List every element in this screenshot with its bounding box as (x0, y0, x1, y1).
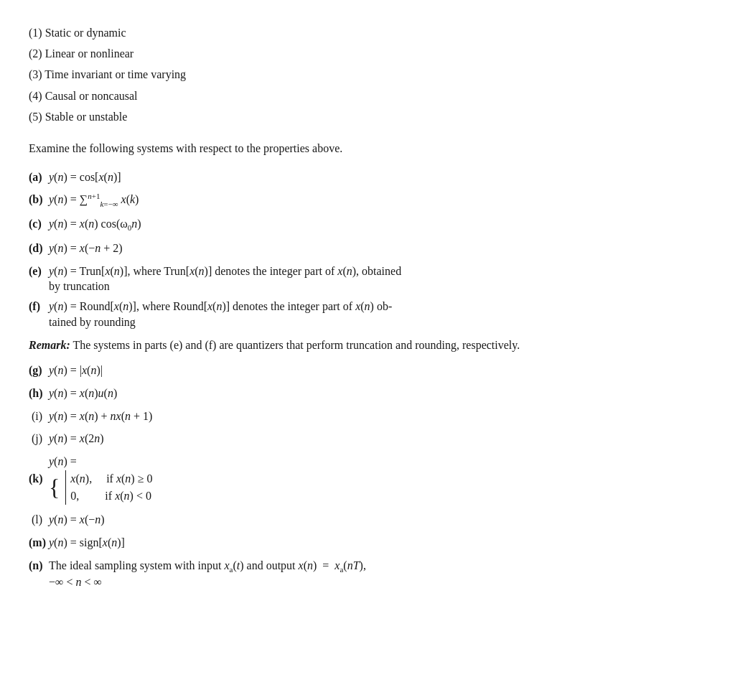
item-a-label: (a) (29, 168, 49, 187)
item-b-content: y(n) = ∑n+1k=−∞ x(k) (49, 190, 675, 210)
numbered-list: (1) Static or dynamic (2) Linear or nonl… (29, 23, 675, 126)
item-n-second-line: −∞ < n < ∞ (29, 576, 675, 589)
item-f: (f) y(n) = Round[x(n)], where Round[x(n)… (29, 297, 675, 329)
item-c-label: (c) (29, 215, 49, 233)
item-h: (h) y(n) = x(n)u(n) (29, 384, 675, 403)
item-g-content: y(n) = |x(n)| (49, 361, 675, 380)
item-c: (c) y(n) = x(n) cos(ω0n) (29, 215, 675, 235)
item-i-content: y(n) = x(n) + nx(n + 1) (49, 407, 675, 426)
item-e: (e) y(n) = Trun[x(n)], where Trun[x(n)] … (29, 262, 675, 294)
item-l-content: y(n) = x(−n) (49, 510, 675, 529)
list-item-3: (3) Time invariant or time varying (29, 65, 675, 84)
item-m-label: (m) (29, 533, 49, 552)
item-f-label: (f) (29, 297, 49, 316)
item-g: (g) y(n) = |x(n)| (29, 361, 675, 380)
examine-text: Examine the following systems with respe… (29, 139, 675, 158)
item-e-label: (e) (29, 262, 49, 281)
item-j: (j) y(n) = x(2n) (29, 429, 675, 448)
item-g-label: (g) (29, 361, 49, 380)
item-i-label: (i) (29, 407, 49, 426)
item-a-content: y(n) = cos[x(n)] (49, 168, 675, 187)
item-k-content: y(n) = { x(n), if x(n) ≥ 0 0, if x(n) < … (49, 452, 675, 505)
list-item-4: (4) Causal or noncausal (29, 86, 675, 106)
item-l: (l) y(n) = x(−n) (29, 510, 675, 529)
remark: Remark: The systems in parts (e) and (f)… (29, 336, 675, 355)
item-a: (a) y(n) = cos[x(n)] (29, 168, 675, 187)
item-h-content: y(n) = x(n)u(n) (49, 384, 675, 403)
item-b-label: (b) (29, 190, 49, 209)
item-k: (k) y(n) = { x(n), if x(n) ≥ 0 0, if x(n… (29, 452, 675, 505)
item-n: (n) The ideal sampling system with input… (29, 556, 675, 589)
item-n-content: The ideal sampling system with input xa(… (49, 556, 675, 577)
item-d: (d) y(n) = x(−n + 2) (29, 239, 675, 258)
list-item-2: (2) Linear or nonlinear (29, 44, 675, 63)
item-k-label: (k) (29, 470, 49, 488)
item-e-content: y(n) = Trun[x(n)], where Trun[x(n)] deno… (49, 262, 675, 281)
page-content: (1) Static or dynamic (2) Linear or nonl… (29, 23, 675, 589)
item-l-label: (l) (29, 510, 49, 529)
list-item-1: (1) Static or dynamic (29, 23, 675, 42)
item-f-content: y(n) = Round[x(n)], where Round[x(n)] de… (49, 297, 675, 316)
item-j-label: (j) (29, 429, 49, 448)
item-e-second-line: by truncation (29, 280, 675, 293)
item-m-content: y(n) = sign[x(n)] (49, 533, 675, 552)
item-b: (b) y(n) = ∑n+1k=−∞ x(k) (29, 190, 675, 210)
item-j-content: y(n) = x(2n) (49, 429, 675, 448)
item-d-content: y(n) = x(−n + 2) (49, 239, 675, 258)
item-m: (m) y(n) = sign[x(n)] (29, 533, 675, 552)
item-d-label: (d) (29, 239, 49, 258)
item-i: (i) y(n) = x(n) + nx(n + 1) (29, 407, 675, 426)
list-item-5: (5) Stable or unstable (29, 107, 675, 126)
item-c-content: y(n) = x(n) cos(ω0n) (49, 215, 675, 235)
item-f-second-line: tained by rounding (29, 316, 675, 329)
item-n-label: (n) (29, 556, 49, 575)
item-h-label: (h) (29, 384, 49, 403)
